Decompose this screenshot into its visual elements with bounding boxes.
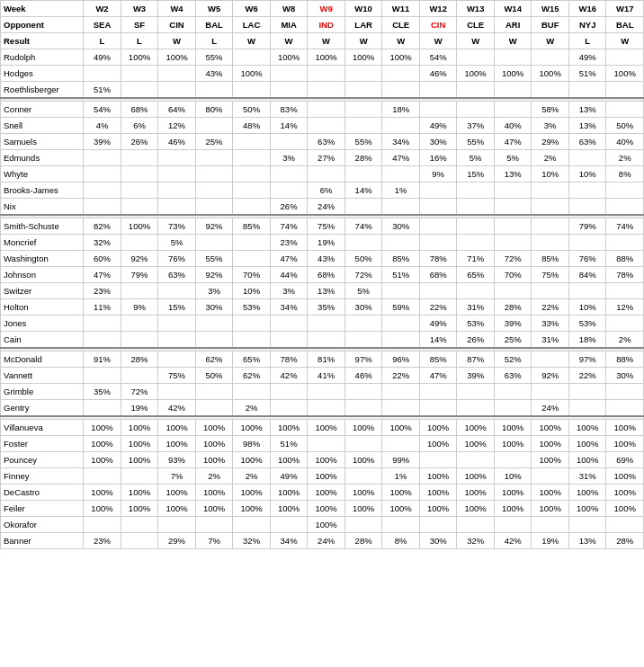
snap-value (233, 235, 271, 251)
snap-value (606, 182, 644, 199)
snap-value: 55% (344, 134, 382, 150)
player-name: Brooks-James (1, 182, 84, 199)
snap-value (195, 182, 233, 199)
snap-value (195, 118, 233, 134)
snap-value (344, 66, 382, 82)
snap-value: 100% (233, 452, 271, 468)
snap-value: 100% (195, 485, 233, 501)
snap-value (270, 182, 308, 199)
snap-value: 22% (419, 299, 457, 316)
snap-value: 13% (568, 102, 606, 118)
snap-value: 99% (382, 452, 420, 468)
snap-value: 46% (344, 368, 382, 384)
opponent-row: Opponent SEA SF CIN BAL LAC MIA IND LAR … (1, 17, 644, 33)
player-name: Villanueva (1, 420, 84, 436)
res-w9: W (308, 33, 345, 49)
snap-value (532, 517, 569, 533)
snap-value: 3% (270, 150, 308, 166)
snap-value: 100% (606, 66, 644, 82)
snap-value: 23% (84, 533, 121, 549)
table-row: Switzer23%3%10%3%13%5% (1, 283, 644, 299)
snap-value (270, 66, 308, 82)
table-row: Moncrief32%5%23%19% (1, 235, 644, 251)
snap-value: 31% (457, 299, 495, 316)
snap-value: 100% (568, 501, 606, 517)
snap-value: 12% (158, 118, 196, 134)
player-name: Holton (1, 299, 84, 316)
snap-value (84, 332, 121, 348)
opp-w16: NYJ (568, 17, 606, 33)
snap-value: 100% (344, 501, 382, 517)
snap-value (308, 166, 345, 182)
snap-value: 100% (532, 436, 569, 452)
snap-value: 87% (457, 351, 495, 368)
week-w11: W11 (382, 1, 420, 17)
snap-value: 48% (233, 118, 271, 134)
snap-value (233, 316, 271, 332)
snap-value: 33% (532, 316, 569, 332)
snap-value: 96% (382, 351, 420, 368)
player-name: Switzer (1, 283, 84, 299)
snap-value: 12% (606, 299, 644, 316)
result-row: Result L L W L W W W W W W W W W L W (1, 33, 644, 49)
snap-value: 25% (195, 134, 233, 150)
snap-value: 100% (494, 436, 532, 452)
snap-value (568, 150, 606, 166)
snap-value (270, 134, 308, 150)
snap-value (233, 517, 271, 533)
snap-value: 14% (344, 182, 382, 199)
snap-value: 42% (158, 400, 196, 416)
snap-value (121, 368, 158, 384)
opp-w11: CLE (382, 17, 420, 33)
snap-value (233, 166, 271, 182)
snap-value (195, 400, 233, 416)
snap-value: 100% (606, 436, 644, 452)
snap-value (532, 182, 569, 199)
snap-value: 100% (344, 452, 382, 468)
player-name: Nix (1, 199, 84, 215)
table-row: Grimble35%72% (1, 384, 644, 400)
snap-value (158, 66, 196, 82)
snap-value (158, 166, 196, 182)
snap-value (419, 102, 457, 118)
week-w10: W10 (344, 1, 382, 17)
snap-value: 100% (195, 436, 233, 452)
table-row: Jones49%53%39%33%53% (1, 316, 644, 332)
snap-value (457, 82, 495, 98)
table-row: Hodges43%100%46%100%100%100%51%100% (1, 66, 644, 82)
snap-value: 29% (158, 533, 196, 549)
snap-value (158, 332, 196, 348)
snap-value: 31% (532, 332, 569, 348)
snap-value (419, 517, 457, 533)
snap-value (344, 468, 382, 485)
snap-value (494, 283, 532, 299)
snap-value (344, 102, 382, 118)
snap-value: 9% (419, 166, 457, 182)
snap-value (568, 199, 606, 215)
snap-value: 1% (382, 468, 420, 485)
snap-value: 100% (233, 501, 271, 517)
week-w13: W13 (457, 1, 495, 17)
snap-value (195, 199, 233, 215)
snap-value: 100% (121, 420, 158, 436)
snap-value (494, 199, 532, 215)
snap-value: 60% (84, 251, 121, 267)
opp-w5: BAL (195, 17, 233, 33)
week-w6: W6 (233, 1, 271, 17)
snap-value: 100% (457, 66, 495, 82)
snap-value (532, 49, 569, 66)
snap-value (158, 82, 196, 98)
snap-value (308, 102, 345, 118)
snap-value: 100% (195, 452, 233, 468)
snap-value: 100% (568, 436, 606, 452)
snap-value: 3% (270, 283, 308, 299)
snap-value: 19% (532, 533, 569, 549)
snap-value: 100% (121, 218, 158, 235)
table-row: Gentry19%42%2%24% (1, 400, 644, 416)
snap-value: 47% (84, 267, 121, 283)
opp-w3: SF (121, 17, 158, 33)
snap-value (270, 517, 308, 533)
table-row: Foster100%100%100%100%98%51%100%100%100%… (1, 436, 644, 452)
snap-value (494, 182, 532, 199)
snap-value (606, 400, 644, 416)
